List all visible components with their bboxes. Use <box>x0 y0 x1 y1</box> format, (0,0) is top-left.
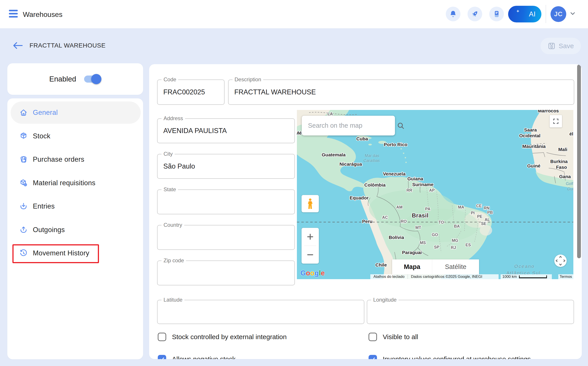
map-label: AM <box>396 205 403 210</box>
sidebar-item-entries[interactable]: Entries <box>11 195 141 217</box>
document-icon <box>492 10 501 18</box>
map-search-input[interactable] <box>308 122 392 130</box>
map-label: CE <box>476 204 482 208</box>
scale-label: 1000 km <box>502 274 517 279</box>
avatar[interactable]: JC <box>551 6 566 22</box>
catalog-button[interactable] <box>489 7 504 21</box>
country-field[interactable]: Country <box>157 225 295 250</box>
enabled-toggle[interactable] <box>83 72 108 86</box>
map-label: Bolívia <box>389 235 404 240</box>
sidebar-item-label: Stock <box>33 132 50 140</box>
checkbox-visible-to-all[interactable] <box>368 333 377 341</box>
map-label: AP <box>429 188 435 193</box>
map[interactable]: TXLAMéMarrocoséliCubaPorto RicoGuatemala… <box>297 110 573 279</box>
map-label: RJ <box>451 245 456 250</box>
field-value: São Paulo <box>163 162 195 170</box>
sidebar-item-label: Outgoings <box>33 226 65 234</box>
zoom-control <box>301 228 319 264</box>
longitude-field[interactable]: Longitude <box>367 300 574 324</box>
launcher-button[interactable] <box>468 7 482 21</box>
sidebar-item-material-requisitions[interactable]: Material requisitions <box>11 172 141 194</box>
map-label: Mé <box>297 130 301 136</box>
map-label: Golfo <box>566 182 573 186</box>
map-label: RR <box>406 188 412 193</box>
save-button[interactable]: Save <box>541 38 581 54</box>
map-label: Porto Rico <box>384 142 407 147</box>
description-field[interactable]: DescriptionFRACTTAL WAREHOUSE <box>228 79 574 105</box>
field-value: AVENIDA PAULISTA <box>163 127 227 135</box>
state-field[interactable]: State <box>157 190 295 214</box>
warehouse-general-page: Warehouses <box>0 0 588 366</box>
entries-icon <box>19 202 28 211</box>
checkbox-warehouse-settings[interactable] <box>368 355 377 359</box>
back-button[interactable] <box>12 41 23 50</box>
notifications-button[interactable] <box>446 7 460 21</box>
zoom-out-button[interactable] <box>301 246 319 264</box>
field-label: City <box>162 151 175 157</box>
sparkle-icon <box>516 9 520 13</box>
terms-link[interactable]: Termos <box>558 274 573 279</box>
map-search-box <box>302 116 395 136</box>
map-label: Faso <box>556 165 567 170</box>
sidebar-item-label: Entries <box>33 202 55 210</box>
map-label: Marrocos <box>538 110 559 114</box>
map-label: PB <box>487 210 493 215</box>
checkbox-label: Stock controlled by external integration <box>172 333 287 341</box>
pegman-control[interactable] <box>301 195 319 212</box>
map-label: Guin <box>567 187 573 191</box>
map-label: Chile <box>375 262 387 268</box>
latitude-field[interactable]: Latitude <box>157 300 364 324</box>
checkbox-row-negative-stock: Allows negative stock <box>158 354 236 359</box>
map-label: MS <box>420 241 426 245</box>
pan-control[interactable] <box>554 254 567 267</box>
keyboard-shortcuts-link[interactable]: Atalhos do teclado <box>370 274 408 279</box>
map-label: Venezuela <box>383 171 406 176</box>
sidebar-item-general[interactable]: General <box>11 101 141 124</box>
checkbox-negative-stock[interactable] <box>158 355 166 359</box>
enabled-card: Enabled <box>7 63 143 95</box>
map-label: Brasil <box>412 212 428 219</box>
map-type-button[interactable]: Mapa <box>392 259 432 274</box>
map-label: PE <box>477 214 482 219</box>
map-label: AC <box>382 215 388 220</box>
address-field[interactable]: AddressAVENIDA PAULISTA <box>157 118 295 143</box>
chevron-down-icon[interactable] <box>570 12 576 16</box>
map-label: éli <box>569 131 573 137</box>
map-label: Equador <box>350 195 368 200</box>
pegman-icon <box>306 198 315 209</box>
sidebar-menu: GeneralStockPurchase ordersMaterial requ… <box>7 98 143 359</box>
save-icon <box>548 42 556 50</box>
search-icon[interactable] <box>397 122 404 130</box>
scrollbar[interactable] <box>577 65 581 258</box>
sidebar-item-label: General <box>33 109 58 117</box>
map-label: TO <box>438 220 444 225</box>
cube-icon <box>19 132 28 141</box>
sidebar-item-purchase-orders[interactable]: Purchase orders <box>11 148 141 171</box>
ai-assistant-button[interactable]: AI <box>508 6 541 23</box>
checkbox-label: Allows negative stock <box>172 355 236 359</box>
map-label: MT <box>415 225 421 230</box>
enabled-label: Enabled <box>49 75 76 83</box>
map-label: MG <box>452 238 458 243</box>
city-field[interactable]: CitySão Paulo <box>157 154 295 179</box>
sidebar-item-outgoings[interactable]: Outgoings <box>11 219 141 241</box>
zip-field[interactable]: Zip code <box>157 260 295 285</box>
save-label: Save <box>559 42 574 50</box>
map-label: Oceano <box>514 264 535 269</box>
field-label: Latitude <box>162 297 184 303</box>
zoom-in-button[interactable] <box>301 228 319 246</box>
checkbox-external-integration[interactable] <box>158 333 166 341</box>
checkbox-label: Visible to all <box>383 333 418 341</box>
map-label: Guiné <box>527 163 541 168</box>
map-label: Mali <box>558 147 567 152</box>
satellite-type-button[interactable]: Satélite <box>432 259 479 274</box>
material-icon <box>19 179 28 187</box>
sidebar-item-stock[interactable]: Stock <box>11 125 141 147</box>
menu-icon[interactable] <box>9 10 18 19</box>
fullscreen-button[interactable] <box>550 115 562 128</box>
rocket-icon <box>470 9 479 18</box>
map-label: RO <box>401 219 407 224</box>
field-label: Longitude <box>371 297 398 303</box>
code-field[interactable]: CodeFRAC002025 <box>157 79 225 105</box>
annotation-red-box <box>12 244 99 263</box>
